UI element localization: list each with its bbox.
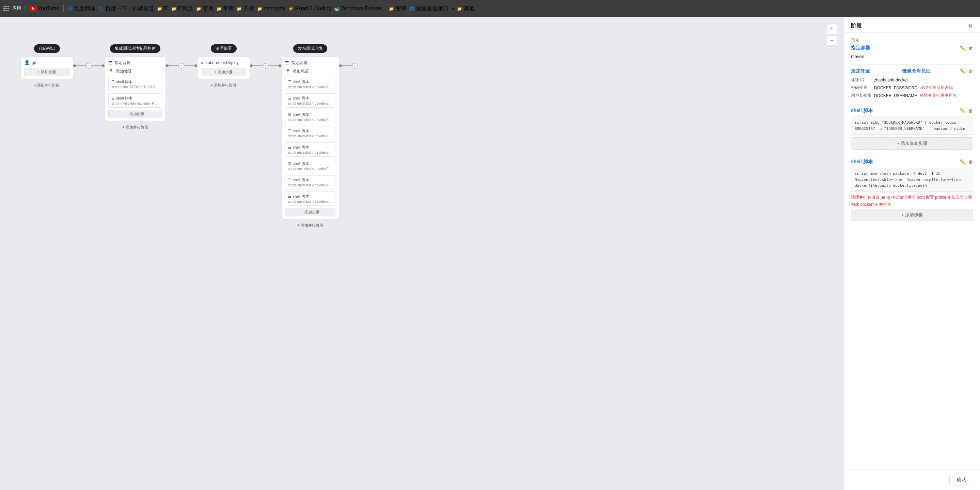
credential-section-sub-title: 镜像仓库凭证 (902, 68, 931, 74)
password-var-label: 密码变量 (851, 85, 871, 91)
stage-1-add-step[interactable]: + 添加步骤 (24, 68, 70, 76)
connector-3-4: + (250, 63, 281, 69)
shell-section-1: shell 脚本 ✏️ 🗑 script echo "$DOCKER_PASSW… (851, 108, 973, 150)
stage-1-wrapper: 代码检出 👤 git + 添加步骤 + 添加并行阶段 (21, 44, 73, 88)
add-nested-step-btn[interactable]: + 添加嵌套步骤 (851, 137, 973, 150)
connector-1-2: + (73, 63, 105, 69)
official-bookmark[interactable]: 📁 官网 (196, 5, 213, 12)
zhongzhi-bookmark[interactable]: 📁 zhongzhi (257, 5, 286, 11)
shell-section-1-title: shell 脚本 (851, 108, 873, 114)
shell-2-edit-btn[interactable]: ✏️ (960, 159, 966, 164)
baidu-search-bookmark[interactable]: 🐾 百度一下，你就知道 (98, 5, 154, 12)
container-edit-btn[interactable]: ✏️ (960, 45, 966, 51)
road2coding-bookmark[interactable]: ⚡ Road 2 Coding (288, 5, 331, 11)
username-var-label: 用户名变量 (851, 93, 871, 99)
credential-delete-btn[interactable]: 🗑 (969, 69, 973, 74)
stage-1-add-parallel[interactable]: + 添加并行阶段 (34, 83, 60, 88)
it-folder-bookmark[interactable]: 📁 IT (157, 5, 169, 11)
container-name-value: maven (851, 54, 973, 59)
main-area: + − 代码检出 👤 git + 添加步骤 + 添加并行阶段 (0, 17, 980, 490)
connector-line-6 (268, 65, 278, 66)
baidu-translate-bookmark[interactable]: 译 百度翻译 (68, 5, 95, 12)
container-section-header: 指定容器 ✏️ 🗑 (851, 45, 973, 51)
it-blog-bookmark[interactable]: 📁 IT博文 (171, 5, 194, 12)
shell-2-annotation-1: 清理并打包项目 jar -p 指定激活哪个 pom 配置 profile 添加嵌… (851, 195, 973, 200)
stage-2-type: ☰ 指定容器 (108, 60, 162, 66)
stage-3-type-label: kubernetesDeploy (206, 60, 239, 65)
shell-2-delete-btn[interactable]: 🗑 (969, 159, 973, 164)
panel-body[interactable]: 指定 指定容器 ✏️ 🗑 maven 添加凭证 (844, 33, 980, 469)
add-stage-btn-1[interactable]: + (86, 63, 92, 69)
sms-bookmark[interactable]: 🌐 发送短信接口 (409, 5, 449, 12)
password-var-row: 密码变量 DOCKER_PASSWORD 环境变量引用密码 (851, 85, 973, 91)
shell-script-1: script echo "$DOCKER_PAS... (111, 85, 159, 89)
youtube-bookmark[interactable]: YouTube (30, 5, 59, 11)
stage-2-shell-1: ☰ shell 脚本 script echo "$DOCKER_PAS... (108, 77, 162, 91)
shell-script-box-2: script mvn clean package -P dev2 -T 1C -… (851, 168, 973, 192)
connector-dot-left-3 (250, 64, 253, 67)
stage-4-wrapper: 发布测试环境 ☰ 指定容器 📍 添加凭证 ☰shell 脚本 script en… (281, 44, 339, 228)
stage-4-card: ☰ 指定容器 📍 添加凭证 ☰shell 脚本 script envsubst … (281, 56, 339, 219)
stage-3-add-parallel[interactable]: + 添加并行阶段 (211, 83, 236, 88)
stage-4-credential: 📍 添加凭证 (285, 69, 336, 74)
stage-4-type: ☰ 指定容器 (285, 60, 336, 66)
stage-1-label: 代码检出 (34, 44, 60, 53)
baidu-search-label: 百度一下，你就知道 (105, 5, 154, 11)
shell-icon-1: ☰ (111, 80, 115, 84)
stage-3-wrapper: 清理部署 ⎈ kubernetesDeploy + 添加步骤 + 添加并行阶段 (197, 44, 250, 88)
add-stage-btn-2[interactable]: + (179, 63, 184, 69)
credential-edit-btn[interactable]: ✏️ (960, 69, 966, 74)
container-section-actions: ✏️ 🗑 (960, 45, 973, 51)
credential-id-row: 凭证 ID zhaohuanh-docker (851, 77, 973, 83)
add-stage-btn-3[interactable]: + (263, 63, 268, 69)
pipeline-flow: 代码检出 👤 git + 添加步骤 + 添加并行阶段 + (7, 24, 837, 228)
mi-review-bookmark[interactable]: 📁 密评 (389, 5, 406, 12)
panel-breadcrumb: 指定 (851, 37, 973, 43)
stage-4-shell-3: ☰shell 脚本 script envsubst < dev/dev2/... (285, 110, 336, 124)
username-var-link: 环境变量引用用户名 (920, 93, 956, 99)
separator (25, 5, 25, 12)
zoom-out-button[interactable]: − (827, 35, 837, 46)
windows-docker-bookmark[interactable]: 🐋 Windows Docker... (334, 5, 386, 11)
stage-4-shell-1: ☰shell 脚本 script envsubst < dev/dev2/... (285, 77, 336, 91)
apps-menu[interactable]: 应用 (3, 5, 21, 11)
stage-4-add-parallel[interactable]: + 添加并行阶段 (297, 223, 323, 228)
stage-4-shell-6: ☰shell 脚本 script envsubst < dev/dev2/... (285, 159, 336, 173)
shell-section-2: shell 脚本 ✏️ 🗑 script mvn clean package -… (851, 159, 973, 221)
confirm-button[interactable]: 确认 (949, 474, 973, 486)
divider-3 (851, 155, 973, 155)
add-stage-btn-4[interactable]: + (352, 63, 358, 69)
more-btn[interactable]: » (451, 5, 454, 11)
youtube-icon (30, 6, 37, 11)
other-btn[interactable]: 📁 其他 (457, 5, 474, 12)
sms-label: 发送短信接口 (416, 5, 449, 11)
stage-4-type-label: 指定容器 (291, 60, 307, 66)
stage-4-shell-5: ☰shell 脚本 script envsubst < dev/dev2/... (285, 142, 336, 157)
it-blog-label: IT博文 (178, 5, 193, 11)
add-step-panel-btn[interactable]: + 添加步骤 (851, 209, 973, 221)
pipeline-canvas: + − 代码检出 👤 git + 添加步骤 + 添加并行阶段 (0, 17, 844, 490)
credential-id-label: 凭证 ID (851, 77, 871, 83)
stage-2-wrapper: 集成测试环境制品构建 ☰ 指定容器 📍 添加凭证 ☰ shell 脚本 (105, 44, 166, 130)
stage-2-add-step[interactable]: + 添加步骤 (108, 110, 162, 118)
shell-1-delete-btn[interactable]: 🗑 (969, 108, 973, 113)
connector-2-3: + (166, 63, 197, 69)
panel-delete-button[interactable]: 🗑 (968, 23, 973, 29)
container-delete-btn[interactable]: 🗑 (969, 45, 973, 51)
mi-review-label: 密评 (396, 5, 407, 11)
stage-4-add-step[interactable]: + 添加步骤 (285, 208, 336, 216)
credential-icon-4: 📍 (285, 69, 290, 74)
baidu-translate-label: 百度翻译 (73, 5, 95, 11)
container-section-title: 指定容器 (851, 45, 870, 51)
common-bookmark[interactable]: 📁 常用 (216, 5, 234, 12)
stage-3-add-step[interactable]: + 添加步骤 (201, 68, 246, 76)
shell-section-2-actions: ✏️ 🗑 (960, 159, 973, 164)
container-icon-4: ☰ (285, 60, 289, 65)
shell-label-2: shell 脚本 (116, 96, 132, 101)
shell-1-edit-btn[interactable]: ✏️ (960, 108, 966, 113)
dev-bookmark[interactable]: 📁 开发 (237, 5, 254, 12)
stage-2-add-parallel[interactable]: + 添加并行阶段 (122, 125, 148, 130)
git-icon: 👤 (24, 60, 30, 65)
zoom-in-button[interactable]: + (827, 24, 837, 34)
browser-toolbar: 应用 YouTube 译 百度翻译 🐾 百度一下，你就知道 📁 IT 📁 IT博… (0, 0, 980, 17)
